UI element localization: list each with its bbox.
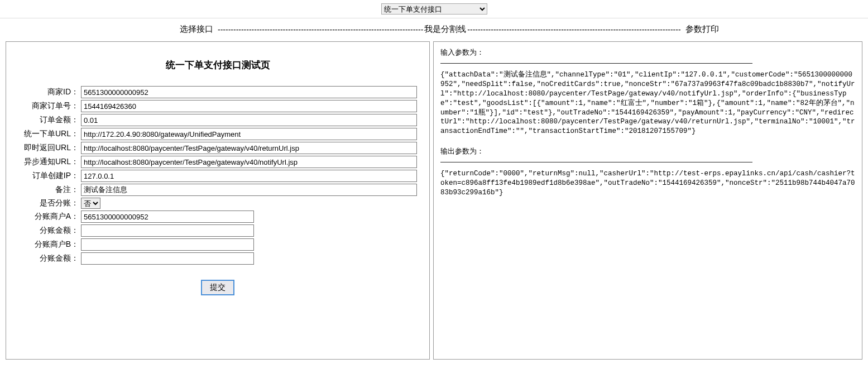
input-order-no[interactable] bbox=[81, 100, 417, 112]
input-client-ip[interactable] bbox=[81, 170, 417, 182]
input-notify-url[interactable] bbox=[81, 156, 417, 168]
output-params-body: {"returnCode":"0000","returnMsg":null,"c… bbox=[440, 169, 855, 198]
divider-dashes: ————————————————————————————————————————… bbox=[440, 157, 855, 166]
label-notify-url: 异步通知URL： bbox=[12, 157, 81, 167]
divider-dashes: ————————————————————————————————————————… bbox=[440, 59, 855, 67]
input-split-merchant-a[interactable] bbox=[81, 210, 254, 223]
header-dashes-right: ----------------------------------------… bbox=[467, 25, 680, 34]
label-remark: 备注： bbox=[12, 185, 81, 195]
input-amount[interactable] bbox=[81, 114, 417, 126]
input-split-merchant-b[interactable] bbox=[81, 238, 254, 251]
input-split-amount-b[interactable] bbox=[81, 252, 254, 265]
input-merchant-id[interactable] bbox=[81, 86, 417, 98]
interface-select[interactable]: 统一下单支付接口 bbox=[381, 3, 487, 15]
submit-button[interactable]: 提交 bbox=[202, 280, 234, 295]
header-right-label: 参数打印 bbox=[681, 24, 719, 35]
header-dashes-left: ----------------------------------------… bbox=[218, 25, 423, 34]
header-left-label: 选择接口 bbox=[0, 24, 218, 35]
header-mid-label: 我是分割线 bbox=[423, 24, 467, 35]
label-merchant-id: 商家ID： bbox=[12, 87, 81, 97]
input-params-body: {"attachData":"测试备注信息","channelType":"01… bbox=[440, 70, 855, 136]
page-title: 统一下单支付接口测试页 bbox=[12, 47, 424, 86]
input-split-amount-a[interactable] bbox=[81, 224, 254, 237]
label-need-split: 是否分账： bbox=[12, 198, 81, 208]
label-client-ip: 订单创建IP： bbox=[12, 171, 81, 181]
label-amount: 订单金额： bbox=[12, 115, 81, 125]
label-order-no: 商家订单号： bbox=[12, 101, 81, 111]
label-split-amount-a: 分账金额： bbox=[12, 226, 81, 236]
input-remark[interactable] bbox=[81, 184, 417, 196]
top-select-row: 统一下单支付接口 bbox=[0, 0, 868, 18]
label-unified-url: 统一下单URL： bbox=[12, 129, 81, 139]
input-params-title: 输入参数为： bbox=[440, 47, 855, 58]
label-split-merchant-a: 分账商户A： bbox=[12, 212, 81, 222]
label-return-url: 即时返回URL： bbox=[12, 143, 81, 153]
form-panel: 统一下单支付接口测试页 商家ID： 商家订单号： 订单金额： 统一下单URL： … bbox=[6, 41, 430, 360]
output-panel: 输入参数为： —————————————————————————————————… bbox=[433, 41, 862, 360]
input-return-url[interactable] bbox=[81, 142, 417, 154]
section-header: 选择接口 -----------------------------------… bbox=[0, 18, 868, 41]
label-split-amount-b: 分账金额： bbox=[12, 253, 81, 264]
output-params-title: 输出参数为： bbox=[440, 146, 855, 156]
select-need-split[interactable]: 否 bbox=[81, 198, 100, 209]
input-unified-url[interactable] bbox=[81, 128, 417, 140]
label-split-merchant-b: 分账商户B： bbox=[12, 240, 81, 250]
